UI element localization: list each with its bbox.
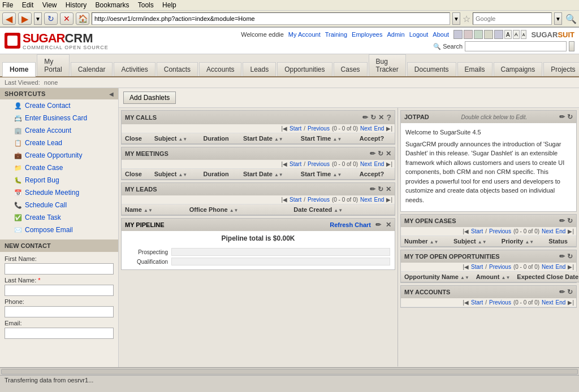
tab-emails[interactable]: Emails: [457, 62, 492, 76]
my-accounts-prev-link[interactable]: Previous: [489, 299, 511, 306]
font-small-btn[interactable]: A: [521, 30, 527, 39]
email-input[interactable]: [5, 328, 114, 339]
my-open-cases-next-link[interactable]: Next: [542, 228, 554, 234]
my-top-opp-start-link[interactable]: Start: [471, 264, 483, 270]
my-open-cases-edit-icon[interactable]: ✏: [559, 217, 565, 225]
menu-tools[interactable]: Tools: [138, 1, 154, 9]
my-top-opp-end-link[interactable]: End: [556, 264, 566, 270]
my-accounts-next-link[interactable]: Next: [542, 299, 554, 306]
my-meetings-next-link[interactable]: Next: [360, 161, 372, 167]
my-calls-end-link[interactable]: End: [374, 125, 384, 132]
header-search-go-btn[interactable]: [569, 41, 574, 51]
theme-sq3[interactable]: [474, 30, 483, 39]
phone-input[interactable]: [5, 306, 114, 317]
my-leads-refresh-icon[interactable]: ↻: [378, 185, 383, 193]
my-calls-refresh-icon[interactable]: ↻: [370, 114, 376, 121]
my-meetings-prev-link[interactable]: Previous: [308, 161, 330, 167]
first-name-input[interactable]: [5, 263, 114, 275]
tab-home[interactable]: Home: [2, 62, 36, 77]
horizontal-scrollbar[interactable]: [0, 367, 579, 375]
shortcut-compose-email[interactable]: Compose Email: [0, 224, 118, 236]
theme-sq4[interactable]: [484, 30, 493, 39]
my-meetings-end-link[interactable]: End: [374, 161, 384, 167]
my-leads-col-datecreated[interactable]: Date Created ▲▼: [290, 204, 395, 215]
shortcut-schedule-call[interactable]: Schedule Call: [0, 199, 118, 211]
shortcut-create-lead[interactable]: Create Lead: [0, 137, 118, 149]
my-calls-next-link[interactable]: Next: [360, 125, 372, 132]
menu-edit[interactable]: Edit: [22, 1, 34, 9]
nav-dropdown[interactable]: ▼: [34, 12, 42, 25]
tab-documents[interactable]: Documents: [407, 62, 456, 76]
font-large-btn[interactable]: A: [504, 30, 512, 39]
tab-myportal[interactable]: My Portal: [37, 54, 69, 76]
jotpad-content[interactable]: Welcome to SugarSuite 4.5 SugarCRM proud…: [401, 123, 576, 211]
my-meetings-close-icon[interactable]: ✕: [386, 150, 391, 158]
refresh-button[interactable]: ↻: [44, 12, 58, 25]
my-top-opp-col-amount[interactable]: Amount ▲▼: [473, 272, 513, 282]
my-calls-close-icon[interactable]: ✕: [378, 114, 384, 121]
shortcut-create-account[interactable]: Create Account: [0, 124, 118, 137]
tab-bugtracker[interactable]: Bug Tracker: [369, 54, 406, 76]
my-meetings-refresh-icon[interactable]: ↻: [378, 150, 383, 158]
add-dashlets-button[interactable]: Add Dashlets: [123, 92, 176, 104]
my-accounts-edit-icon[interactable]: ✏: [559, 288, 565, 296]
my-open-cases-col-subject[interactable]: Subject ▲▼: [450, 236, 498, 247]
my-open-cases-col-priority[interactable]: Priority ▲▼: [498, 236, 545, 247]
my-calls-col-subject[interactable]: Subject ▲▼: [151, 133, 200, 144]
my-leads-prev-link[interactable]: Previous: [308, 197, 330, 203]
shortcut-create-case[interactable]: Create Case: [0, 162, 118, 174]
menu-file[interactable]: File: [2, 1, 13, 9]
url-dropdown[interactable]: ▼: [452, 12, 460, 25]
last-name-input[interactable]: [5, 285, 114, 296]
my-calls-col-startdate[interactable]: Start Date ▲▼: [240, 133, 297, 144]
menu-history[interactable]: History: [66, 1, 87, 9]
browser-search-input[interactable]: [473, 12, 552, 25]
my-leads-col-phone[interactable]: Office Phone ▲▼: [186, 204, 291, 215]
tab-accounts[interactable]: Accounts: [199, 62, 241, 76]
my-calls-edit-icon[interactable]: ✏: [362, 114, 368, 121]
my-leads-edit-icon[interactable]: ✏: [370, 185, 375, 193]
my-open-cases-prev-link[interactable]: Previous: [489, 228, 511, 234]
my-top-opp-col-name[interactable]: Opportunity Name ▲▼: [401, 272, 473, 282]
menu-help[interactable]: Help: [162, 1, 176, 9]
font-medium-btn[interactable]: A: [513, 30, 520, 39]
shortcut-schedule-meeting[interactable]: Schedule Meeting: [0, 186, 118, 199]
my-accounts-start-link[interactable]: Start: [471, 299, 483, 306]
tab-contacts[interactable]: Contacts: [157, 62, 198, 76]
my-accounts-end-link[interactable]: End: [556, 299, 566, 306]
stop-button[interactable]: ✕: [60, 12, 74, 25]
tab-calendar[interactable]: Calendar: [71, 62, 113, 76]
my-meetings-col-subject[interactable]: Subject ▲▼: [151, 169, 200, 180]
tab-activities[interactable]: Activities: [114, 62, 155, 76]
shortcut-enter-bizcard[interactable]: Enter Business Card: [0, 112, 118, 124]
about-link[interactable]: About: [433, 31, 449, 38]
my-top-opp-refresh-icon[interactable]: ↻: [567, 252, 573, 260]
my-calls-col-starttime[interactable]: Start Time ▲▼: [297, 133, 356, 144]
search-dropdown[interactable]: ▼: [554, 12, 562, 25]
my-top-opp-next-link[interactable]: Next: [542, 264, 554, 270]
header-search-input[interactable]: [465, 41, 567, 51]
my-leads-close-icon[interactable]: ✕: [386, 185, 391, 193]
shortcut-create-contact[interactable]: Create Contact: [0, 99, 118, 112]
my-meetings-start-link[interactable]: Start: [290, 161, 301, 167]
search-go-icon[interactable]: 🔍: [565, 14, 577, 24]
pipeline-close-icon[interactable]: ✕: [386, 221, 391, 229]
tab-cases[interactable]: Cases: [334, 62, 368, 76]
my-leads-next-link[interactable]: Next: [360, 197, 372, 203]
tab-campaigns[interactable]: Campaigns: [494, 62, 543, 76]
menu-view[interactable]: View: [42, 1, 57, 9]
my-calls-help-icon[interactable]: ?: [386, 113, 391, 122]
training-link[interactable]: Training: [325, 31, 347, 38]
theme-sq5[interactable]: [494, 30, 503, 39]
pipeline-edit-icon[interactable]: ✏: [375, 221, 381, 229]
home-button[interactable]: 🏠: [76, 12, 89, 25]
logout-link[interactable]: Logout: [409, 31, 429, 38]
my-leads-col-name[interactable]: Name ▲▼: [122, 204, 186, 215]
url-bar[interactable]: [92, 12, 450, 25]
my-leads-start-link[interactable]: Start: [290, 197, 301, 203]
shortcut-report-bug[interactable]: Report Bug: [0, 174, 118, 186]
my-accounts-refresh-icon[interactable]: ↻: [567, 288, 573, 296]
forward-button[interactable]: ▶: [18, 12, 32, 25]
scrollbar-track[interactable]: [1, 369, 578, 374]
jotpad-edit-icon[interactable]: ✏: [559, 113, 565, 121]
